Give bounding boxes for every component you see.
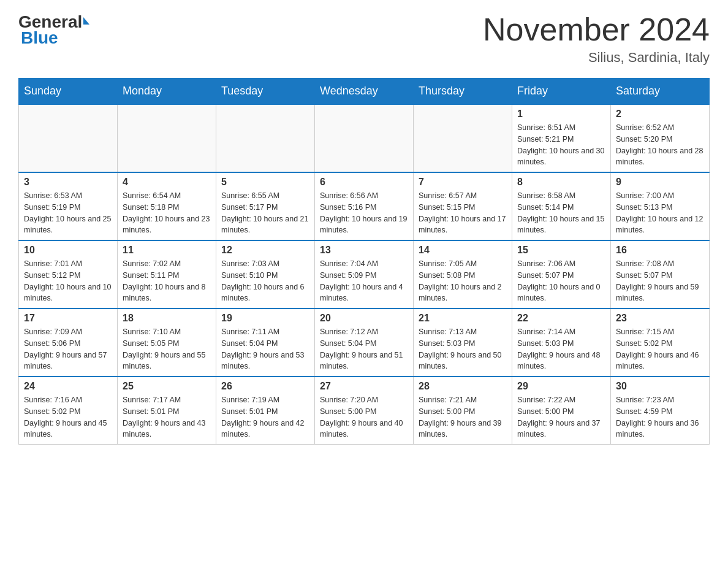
calendar-cell: 8Sunrise: 6:58 AM Sunset: 5:14 PM Daylig… [512,172,611,240]
logo-triangle-icon [83,17,89,25]
sun-info: Sunrise: 7:05 AM Sunset: 5:08 PM Dayligh… [419,258,507,304]
sun-info: Sunrise: 6:52 AM Sunset: 5:20 PM Dayligh… [616,122,704,168]
calendar-table: SundayMondayTuesdayWednesdayThursdayFrid… [18,78,710,445]
header: General Blue November 2024 Silius, Sardi… [18,12,710,66]
calendar-cell: 22Sunrise: 7:14 AM Sunset: 5:03 PM Dayli… [512,308,611,377]
sun-info: Sunrise: 6:58 AM Sunset: 5:14 PM Dayligh… [517,190,605,236]
sun-info: Sunrise: 6:51 AM Sunset: 5:21 PM Dayligh… [517,122,605,168]
calendar-cell: 6Sunrise: 6:56 AM Sunset: 5:16 PM Daylig… [315,172,414,240]
sun-info: Sunrise: 6:55 AM Sunset: 5:17 PM Dayligh… [221,190,309,236]
day-number: 22 [517,313,605,324]
logo-blue-text: Blue [18,28,58,48]
calendar-cell: 24Sunrise: 7:16 AM Sunset: 5:02 PM Dayli… [19,377,118,445]
sun-info: Sunrise: 7:06 AM Sunset: 5:07 PM Dayligh… [517,258,605,304]
calendar-cell: 16Sunrise: 7:08 AM Sunset: 5:07 PM Dayli… [611,240,710,308]
day-number: 30 [616,381,704,392]
calendar-cell: 26Sunrise: 7:19 AM Sunset: 5:01 PM Dayli… [216,377,315,445]
calendar-cell: 15Sunrise: 7:06 AM Sunset: 5:07 PM Dayli… [512,240,611,308]
day-header-thursday: Thursday [414,79,512,105]
calendar-cell: 27Sunrise: 7:20 AM Sunset: 5:00 PM Dayli… [315,377,414,445]
day-header-monday: Monday [118,79,216,105]
calendar-cell: 30Sunrise: 7:23 AM Sunset: 4:59 PM Dayli… [611,377,710,445]
day-number: 3 [24,177,112,188]
day-header-friday: Friday [512,79,611,105]
sun-info: Sunrise: 7:20 AM Sunset: 5:00 PM Dayligh… [320,394,408,440]
day-number: 2 [616,109,704,120]
day-number: 28 [419,381,507,392]
day-number: 23 [616,313,704,324]
calendar-cell: 18Sunrise: 7:10 AM Sunset: 5:05 PM Dayli… [118,308,216,377]
day-number: 10 [24,245,112,256]
day-number: 8 [517,177,605,188]
calendar-cell [216,104,315,172]
day-number: 20 [320,313,408,324]
calendar-cell: 7Sunrise: 6:57 AM Sunset: 5:15 PM Daylig… [414,172,512,240]
calendar-cell [414,104,512,172]
day-number: 6 [320,177,408,188]
sun-info: Sunrise: 7:11 AM Sunset: 5:04 PM Dayligh… [221,326,309,372]
sun-info: Sunrise: 7:23 AM Sunset: 4:59 PM Dayligh… [616,394,704,440]
day-number: 21 [419,313,507,324]
day-number: 14 [419,245,507,256]
calendar-week-row: 1Sunrise: 6:51 AM Sunset: 5:21 PM Daylig… [19,104,710,172]
sun-info: Sunrise: 7:02 AM Sunset: 5:11 PM Dayligh… [123,258,211,304]
day-number: 13 [320,245,408,256]
calendar-cell: 3Sunrise: 6:53 AM Sunset: 5:19 PM Daylig… [19,172,118,240]
logo: General Blue [18,12,89,48]
day-number: 4 [123,177,211,188]
calendar-cell: 2Sunrise: 6:52 AM Sunset: 5:20 PM Daylig… [611,104,710,172]
calendar-cell: 9Sunrise: 7:00 AM Sunset: 5:13 PM Daylig… [611,172,710,240]
sun-info: Sunrise: 7:14 AM Sunset: 5:03 PM Dayligh… [517,326,605,372]
sun-info: Sunrise: 7:01 AM Sunset: 5:12 PM Dayligh… [24,258,112,304]
day-number: 18 [123,313,211,324]
day-number: 9 [616,177,704,188]
day-number: 25 [123,381,211,392]
day-number: 19 [221,313,309,324]
sun-info: Sunrise: 7:16 AM Sunset: 5:02 PM Dayligh… [24,394,112,440]
day-number: 17 [24,313,112,324]
day-number: 15 [517,245,605,256]
month-title: November 2024 [483,12,710,47]
day-header-sunday: Sunday [19,79,118,105]
calendar-cell [19,104,118,172]
calendar-cell: 13Sunrise: 7:04 AM Sunset: 5:09 PM Dayli… [315,240,414,308]
sun-info: Sunrise: 7:00 AM Sunset: 5:13 PM Dayligh… [616,190,704,236]
day-number: 26 [221,381,309,392]
day-header-wednesday: Wednesday [315,79,414,105]
day-number: 16 [616,245,704,256]
sun-info: Sunrise: 7:15 AM Sunset: 5:02 PM Dayligh… [616,326,704,372]
sun-info: Sunrise: 7:22 AM Sunset: 5:00 PM Dayligh… [517,394,605,440]
day-number: 1 [517,109,605,120]
calendar-cell: 21Sunrise: 7:13 AM Sunset: 5:03 PM Dayli… [414,308,512,377]
calendar-week-row: 17Sunrise: 7:09 AM Sunset: 5:06 PM Dayli… [19,308,710,377]
day-number: 7 [419,177,507,188]
calendar-cell: 17Sunrise: 7:09 AM Sunset: 5:06 PM Dayli… [19,308,118,377]
calendar-week-row: 24Sunrise: 7:16 AM Sunset: 5:02 PM Dayli… [19,377,710,445]
calendar-header-row: SundayMondayTuesdayWednesdayThursdayFrid… [19,79,710,105]
calendar-week-row: 10Sunrise: 7:01 AM Sunset: 5:12 PM Dayli… [19,240,710,308]
calendar-cell: 11Sunrise: 7:02 AM Sunset: 5:11 PM Dayli… [118,240,216,308]
sun-info: Sunrise: 7:12 AM Sunset: 5:04 PM Dayligh… [320,326,408,372]
calendar-cell: 23Sunrise: 7:15 AM Sunset: 5:02 PM Dayli… [611,308,710,377]
sun-info: Sunrise: 6:54 AM Sunset: 5:18 PM Dayligh… [123,190,211,236]
day-number: 11 [123,245,211,256]
day-header-saturday: Saturday [611,79,710,105]
sun-info: Sunrise: 7:17 AM Sunset: 5:01 PM Dayligh… [123,394,211,440]
calendar-cell: 28Sunrise: 7:21 AM Sunset: 5:00 PM Dayli… [414,377,512,445]
calendar-cell: 5Sunrise: 6:55 AM Sunset: 5:17 PM Daylig… [216,172,315,240]
calendar-cell: 20Sunrise: 7:12 AM Sunset: 5:04 PM Dayli… [315,308,414,377]
calendar-cell: 14Sunrise: 7:05 AM Sunset: 5:08 PM Dayli… [414,240,512,308]
calendar-cell: 10Sunrise: 7:01 AM Sunset: 5:12 PM Dayli… [19,240,118,308]
day-header-tuesday: Tuesday [216,79,315,105]
sun-info: Sunrise: 7:04 AM Sunset: 5:09 PM Dayligh… [320,258,408,304]
day-number: 5 [221,177,309,188]
calendar-cell [118,104,216,172]
calendar-cell: 4Sunrise: 6:54 AM Sunset: 5:18 PM Daylig… [118,172,216,240]
calendar-cell: 29Sunrise: 7:22 AM Sunset: 5:00 PM Dayli… [512,377,611,445]
day-number: 12 [221,245,309,256]
sun-info: Sunrise: 7:03 AM Sunset: 5:10 PM Dayligh… [221,258,309,304]
calendar-cell [315,104,414,172]
sun-info: Sunrise: 6:56 AM Sunset: 5:16 PM Dayligh… [320,190,408,236]
calendar-cell: 19Sunrise: 7:11 AM Sunset: 5:04 PM Dayli… [216,308,315,377]
sun-info: Sunrise: 6:57 AM Sunset: 5:15 PM Dayligh… [419,190,507,236]
